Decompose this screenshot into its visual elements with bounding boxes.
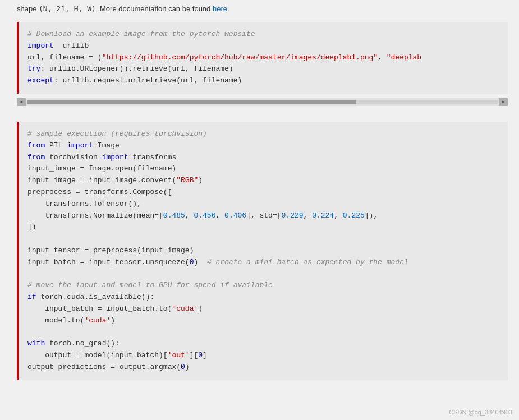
code-line [27, 233, 499, 245]
code-block-inner-download: # Download an example image from the pyt… [27, 29, 499, 87]
code-line: url, filename = ("https://github.com/pyt… [27, 52, 499, 64]
code-line: from torchvision import transforms [27, 152, 499, 164]
code-block-inner-sample: # sample execution (requires torchvision… [27, 128, 499, 373]
code-line: from PIL import Image [27, 140, 499, 152]
horizontal-scrollbar[interactable]: ◀ ▶ [17, 98, 508, 106]
code-line: input_image = Image.open(filename) [27, 163, 499, 175]
shape-text: shape (N, 21, H, W). More documentation … [17, 4, 229, 13]
code-line: try: urllib.URLopener().retrieve(url, fi… [27, 63, 499, 75]
code-line [27, 269, 499, 280]
code-line: input_batch = input_batch.to('cuda') [27, 303, 499, 315]
code-line: ]) [27, 221, 499, 233]
code-line: transforms.ToTensor(), [27, 199, 499, 210]
code-line: input_image = input_image.convert("RGB") [27, 175, 499, 187]
code-line: import urllib [27, 40, 499, 52]
top-description: shape (N, 21, H, W). More documentation … [0, 0, 519, 17]
code-line: with torch.no_grad(): [27, 338, 499, 350]
scrollbar-left-arrow[interactable]: ◀ [17, 98, 26, 106]
code-line: input_batch = input_tensor.unsqueeze(0) … [27, 257, 499, 269]
code-line: # Download an example image from the pyt… [27, 29, 499, 40]
code-line-comment: # move the input and model to GPU for sp… [27, 280, 499, 292]
code-line: transforms.Normalize(mean=[0.485, 0.456,… [27, 210, 499, 222]
code-line: output = model(input_batch)['out'][0] [27, 350, 499, 362]
here-link[interactable]: here [213, 4, 227, 13]
code-line: output_predictions = output.argmax(0) [27, 362, 499, 373]
code-line: preprocess = transforms.Compose([ [27, 187, 499, 199]
code-line [27, 327, 499, 339]
code-line: model.to('cuda') [27, 315, 499, 327]
code-line: except: urllib.request.urlretrieve(url, … [27, 75, 499, 87]
scrollbar-track[interactable] [27, 100, 498, 104]
scrollbar-thumb[interactable] [27, 100, 356, 104]
code-block-download: # Download an example image from the pyt… [17, 22, 508, 94]
code-line: input_tensor = preprocess(input_image) [27, 245, 499, 257]
watermark: CSDN @qq_38404903 [449, 409, 512, 416]
code-line: if torch.cuda.is_available(): [27, 292, 499, 303]
code-block-sample: # sample execution (requires torchvision… [17, 122, 508, 380]
page-container: shape (N, 21, H, W). More documentation … [0, 0, 519, 420]
scrollbar-right-arrow[interactable]: ▶ [499, 98, 508, 106]
gap-spacer [0, 106, 519, 117]
code-line-comment: # sample execution (requires torchvision… [27, 128, 499, 140]
